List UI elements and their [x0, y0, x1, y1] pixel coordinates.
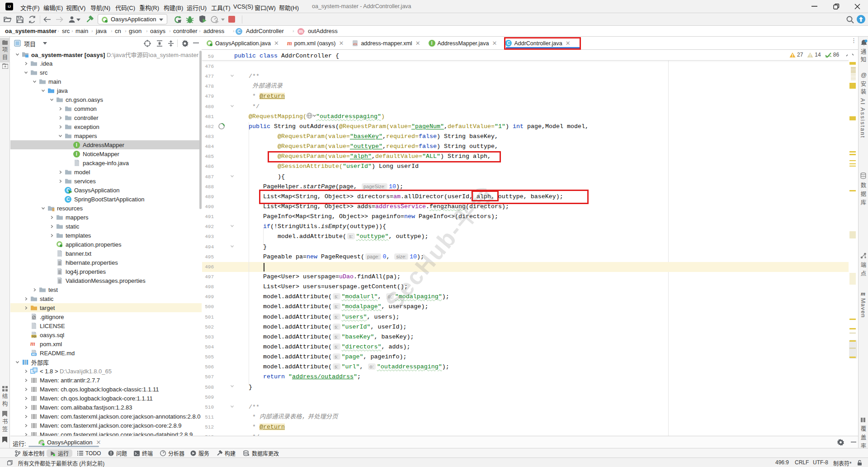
svg-text:MD: MD [32, 353, 35, 356]
svg-text:SQL: SQL [32, 335, 37, 338]
svg-text:<>: <> [353, 42, 358, 46]
